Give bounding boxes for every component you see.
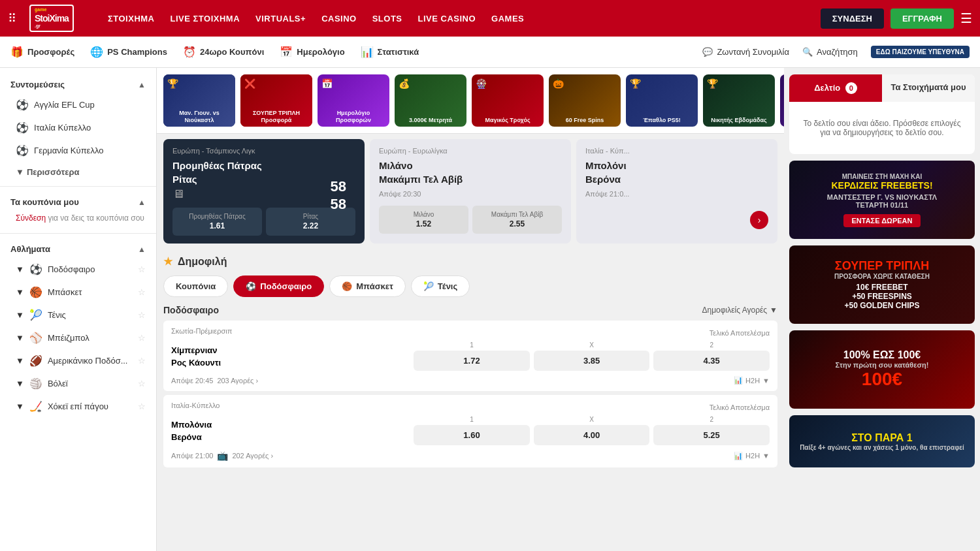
sidebar-item-basketball[interactable]: ▼ 🏀 Μπάσκετ ☆ (0, 281, 156, 304)
sidebar-item-left: ⚽ Ιταλία Κύπελλο (16, 121, 91, 134)
sidebar-item-left: ▼ 🏈 Αμερικάνικο Ποδόσ... (16, 354, 128, 367)
hamburger-icon[interactable]: ☰ (960, 10, 972, 26)
promo-card-2[interactable]: 📅 Ημερολόγιο Προσφορών (318, 74, 389, 127)
tab-tennis[interactable]: 🎾 Τένις (411, 276, 470, 297)
odd-btn-1-1[interactable]: 1.60 (414, 425, 530, 445)
sport-section-header: Ποδόσφαιρο Δημοφιλείς Αγορές ▼ (163, 305, 777, 315)
nav-live-stoixima[interactable]: LIVE ΣΤΟΙΧΗΜΑ (171, 14, 240, 24)
signin-button[interactable]: ΣΥΝΔΕΣΗ (821, 8, 884, 29)
nav-slots[interactable]: SLOTS (372, 14, 402, 24)
next-match-button[interactable]: › (750, 211, 768, 229)
result-header-0: Τελικό Αποτελέσμα (710, 329, 770, 337)
betslip-tab-active[interactable]: Δελτίο 0 (789, 74, 882, 102)
nav-live-casino[interactable]: LIVE CASINO (418, 14, 476, 24)
favorite-icon[interactable]: ☆ (138, 310, 146, 320)
promo-card-7[interactable]: 🏆 Νικητής Εβδομάδας (703, 74, 775, 127)
nav-ps-champions[interactable]: 🌐 PS Champions (90, 46, 167, 58)
grid-icon[interactable]: ⠿ (8, 11, 16, 25)
chevron-down-icon: ▼ (16, 401, 24, 411)
nav-statistics[interactable]: 📊 Στατιστικά (361, 46, 419, 58)
sidebar-item-american-football[interactable]: ▼ 🏈 Αμερικάνικο Ποδόσ... ☆ (0, 349, 156, 372)
live-league-1: Ευρώπη - Ευρωλίγκα (379, 147, 562, 155)
monitor-icon: 🖥 (172, 187, 184, 200)
odd-col-x: X 3.85 (534, 341, 650, 371)
promo-card-8[interactable]: ⚙️ Pragmatic Buy Bonus (780, 74, 784, 127)
markets-count-1[interactable]: 202 Αγορές › (232, 452, 273, 460)
live-odd1[interactable]: Μιλάνο 1.52 (379, 206, 468, 234)
chevron-down-icon: ▼ (16, 287, 24, 297)
banner-100[interactable]: 100% ΕΩΣ 100€ Στην πρώτη σου κατάθεση! 1… (789, 330, 975, 409)
ps-icon: 🌐 (90, 46, 103, 58)
odd-btn-x-0[interactable]: 3.85 (534, 351, 650, 371)
favorite-icon[interactable]: ☆ (138, 287, 146, 297)
nav-24h-coupon[interactable]: ⏰ 24ωρο Κουπόνι (183, 46, 264, 58)
sidebar-item-italy-cup[interactable]: ⚽ Ιταλία Κύπελλο (0, 116, 156, 139)
odd-btn-x-1[interactable]: 4.00 (534, 425, 650, 445)
h2h-button-1[interactable]: 📊 H2H ▼ (734, 452, 770, 460)
sports-header[interactable]: Αθλήματα ▲ (0, 238, 156, 258)
favorite-icon[interactable]: ☆ (138, 401, 146, 411)
tennis-icon: 🎾 (29, 309, 42, 321)
sidebar-item-germany-cup[interactable]: ⚽ Γερμανία Κύπελλο (0, 139, 156, 162)
baseball-icon: ⚾ (29, 332, 42, 344)
live-card-0[interactable]: Ευρώπη - Τσάμπιονς Λιγκ Προμηθέας Πάτρας… (163, 139, 365, 244)
favorite-icon[interactable]: ☆ (138, 379, 146, 388)
tab-coupons[interactable]: Κουπόνια (163, 276, 228, 297)
sidebar-item-baseball[interactable]: ▼ ⚾ Μπέιζμπολ ☆ (0, 326, 156, 349)
tab-football[interactable]: ⚽ Ποδόσφαιρο (233, 276, 324, 297)
search-button[interactable]: 🔍 Αναζήτηση (802, 47, 858, 57)
chevron-up-icon: ▲ (138, 198, 146, 207)
coupons-header[interactable]: Τα κουπόνια μου ▲ (0, 191, 156, 211)
live-odd-team1[interactable]: Προμηθέας Πάτρας 1.61 (172, 208, 262, 236)
odd-btn-1-0[interactable]: 1.72 (414, 351, 530, 371)
nav-virtuals[interactable]: VIRTUALS+ (255, 14, 306, 24)
promo-card-5[interactable]: 🎃 60 Free Spins (549, 74, 621, 127)
site-logo[interactable]: game StoiXima .gr (29, 5, 95, 32)
nav-casino[interactable]: CASINO (321, 14, 357, 24)
banner-para1[interactable]: ΣΤΟ ΠΑΡΑ 1 Παίξε 4+ αγώνες και αν χάσεις… (789, 415, 975, 467)
favorite-icon[interactable]: ☆ (138, 356, 146, 366)
nav-offers[interactable]: 🎁 Προσφορές (10, 46, 74, 58)
tab-basketball[interactable]: 🏀 Μπάσκετ (329, 276, 406, 297)
signin-link[interactable]: Σύνδεση (16, 213, 46, 223)
live-card-1[interactable]: Ευρώπη - Ευρωλίγκα Μιλάνο Μακάμπι Τελ Αβ… (370, 139, 571, 244)
live-odd2[interactable]: Μακάμπι Τελ Αβίβ 2.55 (472, 206, 562, 234)
nav-stoixima[interactable]: ΣΤΟΙΧΗΜΑ (108, 14, 155, 24)
favorite-icon[interactable]: ☆ (138, 333, 146, 343)
sidebar-item-left: ▼ 🎾 Τένις (16, 309, 66, 321)
promo-card-6[interactable]: 🏆 Έπαθλο PS5! (626, 74, 698, 127)
favorite-icon[interactable]: ☆ (138, 264, 146, 274)
odd-btn-2-0[interactable]: 4.35 (653, 351, 770, 371)
markets-count-0[interactable]: 203 Αγορές › (217, 377, 258, 385)
banner-freebets[interactable]: ΜΠΑΙΝΕΙΣ ΣΤΗ ΜΑΧΗ ΚΑΙ ΚΕΡΔΙΖΕΙΣ FREEBETS… (789, 161, 975, 239)
live-card-2[interactable]: Ιταλία - Κύπ... Μπολόνι Βερόνα Απόψε 21:… (576, 139, 777, 244)
shortcuts-header[interactable]: Συντομεύσεις ▲ (0, 73, 156, 93)
odd-btn-2-1[interactable]: 5.25 (653, 425, 770, 445)
banner-freebets-text: ΜΠΑΙΝΕΙΣ ΣΤΗ ΜΑΧΗ ΚΑΙ ΚΕΡΔΙΖΕΙΣ FREEBETS… (822, 168, 942, 232)
betslip-tabs: Δελτίο 0 Τα Στοιχήματά μου (789, 74, 975, 102)
sidebar-item-football[interactable]: ▼ ⚽ Ποδόσφαιρο ☆ (0, 258, 156, 281)
chat-button[interactable]: 💬 Ζωντανή Συνομιλία (702, 47, 789, 57)
h2h-button-0[interactable]: 📊 H2H ▼ (734, 376, 770, 385)
volleyball-icon: 🏐 (29, 377, 42, 390)
promo-card-0[interactable]: 🏆 Μαν. Γιουν. vs Νιούκαστλ (163, 74, 235, 127)
nav-calendar[interactable]: 📅 Ημερολόγιο (280, 46, 344, 58)
sidebar-item-hockey[interactable]: ▼ 🏒 Χόκεϊ επί πάγου ☆ (0, 395, 156, 418)
promo-card-4[interactable]: 🎡 Μαγικός Τροχός (472, 74, 544, 127)
promo-card-1[interactable]: ❌ ΣΟΥΠΕΡ ΤΡΙΠΛΗ Προσφορά (240, 74, 312, 127)
sidebar-item-volleyball[interactable]: ▼ 🏐 Βόλεϊ ☆ (0, 372, 156, 395)
nav-games[interactable]: GAMES (491, 14, 524, 24)
register-button[interactable]: ΕΓΓΡΑΦΗ (890, 8, 954, 29)
sidebar-item-england-efl[interactable]: ⚽ Αγγλία EFL Cup (0, 93, 156, 116)
banner-tripi[interactable]: ΣΟΥΠΕΡ ΤΡΙΠΛΗ ΠΡΟΣΦΟΡΑ ΧΩΡΙΣ ΚΑΤΑΘΕΣΗ 10… (789, 245, 975, 324)
promo-card-3[interactable]: 💰 3.000€ Μετρητά (395, 74, 466, 127)
match-content-0: Χίμπερνιαν Ρος Κάουντι 1 1.72 X 3.85 (171, 341, 770, 371)
star-icon: ★ (163, 255, 172, 268)
sidebar-item-left: ▼ 🏀 Μπάσκετ (16, 286, 82, 298)
show-more-shortcuts[interactable]: ▼ Περισσότερα (0, 162, 156, 182)
markets-dropdown[interactable]: Δημοφιλείς Αγορές ▼ (702, 306, 777, 315)
betslip-tab-mybets[interactable]: Τα Στοιχήματά μου (882, 74, 975, 102)
promo-icon: ❌ (244, 78, 255, 89)
sidebar-item-tennis[interactable]: ▼ 🎾 Τένις ☆ (0, 304, 156, 326)
odd-col-1: 1 1.72 (414, 341, 530, 371)
